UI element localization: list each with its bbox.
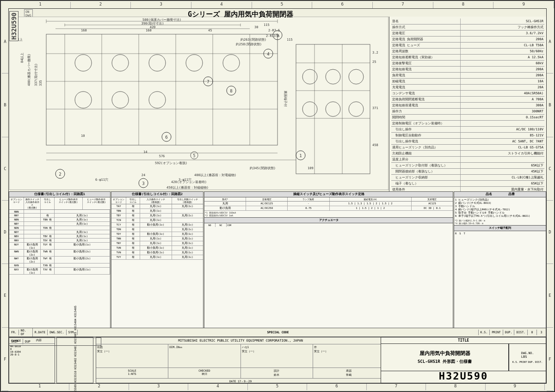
skip-dup-block: SKIP DUP — [9, 337, 101, 346]
table-row: NXV動小負用(1c)TXV 有動小負用(1c) — [9, 268, 110, 275]
row-e-left: E — [2, 264, 8, 327]
row-a-left: A — [2, 10, 8, 74]
table-cell: NWY — [9, 257, 24, 263]
table-cell: 丸用(1c) — [55, 239, 110, 242]
spec-label: 開閉器接続部（着脱なし） — [391, 169, 461, 174]
table-cell: 動小負用(2c) — [55, 257, 110, 263]
spec-label: 定格負荷開閉遮断電流 — [391, 97, 461, 102]
svg-text:約263(閉路状態): 約263(閉路状態) — [240, 38, 266, 42]
spec-value: SCL-GHS1R — [461, 19, 544, 24]
spec-label: 定格短絡遮断電流（実効値） — [391, 55, 461, 60]
company-block: MITSUBISHI ELECTRIC PUBLIC UTILITY EQUIP… — [96, 337, 385, 383]
spec-row: 開閉器接続部（着脱なし）45K以下 — [391, 169, 544, 175]
scale-val: 1:NTS — [97, 372, 167, 375]
table-cell — [24, 226, 41, 230]
table-cell: TXV 有 — [41, 268, 55, 274]
code-tnn: TNN — [111, 237, 126, 241]
col-7-bot: 7 — [367, 384, 426, 390]
spec-label: ヒューズリンク収納部 — [391, 175, 461, 180]
spec-row: 適用ヒューズリンク（別売品）CL-LB G5-G75A — [391, 145, 544, 151]
spec-value: 65K以下 — [461, 181, 544, 186]
designed-label: 設計 — [242, 369, 312, 373]
dup-label: DUP. — [503, 330, 514, 335]
table-cell: 動小負用(1c) — [55, 268, 110, 274]
col-4: 4 — [191, 2, 252, 8]
table-cell: 動小負用(2c) — [24, 250, 41, 256]
sw-tun: 動小負用(1c) — [140, 246, 172, 250]
fuse-item-5: 5 取手台 手動ハンドル9 手動ハンドル — [455, 211, 545, 214]
switch-terminal-title: スイッチ端子配列 — [454, 225, 546, 231]
table-row: NWY動小負用(2c)TWY 有動小負用(2c) — [9, 257, 110, 263]
code-tun: TUN — [111, 246, 126, 250]
table-cell: NXN — [9, 263, 24, 267]
spec-row: 制御電圧自動動作85-121V — [391, 133, 544, 139]
spec-row: 形名SCL-GHS1R — [391, 18, 544, 24]
fr-dup-block: FR. NO.OF R.DATE DWG.SEC. SYM. SPECIAL C… — [9, 328, 546, 337]
title-block-left: 屋内用気中負荷開閉器 SCL-GHS1R 外形図・仕様書 — [381, 344, 509, 371]
table-cell: TWY 有 — [41, 257, 55, 263]
table-cell — [24, 210, 41, 213]
spec-value: 60kV — [461, 61, 544, 66]
row-c-right: C — [547, 137, 553, 201]
spec-label: 励磁電流 — [391, 79, 461, 84]
t-row-tun: TUN 有 動小負用(1c) 丸用(1c) — [111, 246, 203, 251]
sw-curr-2: 1 | 1.5 | 2 | 1 | 2 — [330, 206, 412, 210]
rev-entries: HR-8010 0 19-6394 20-8-1 — [9, 344, 55, 357]
checked-val: 神川 — [169, 372, 239, 376]
sw2-tcn — [172, 218, 204, 222]
doc-h315509: H315509 — [74, 384, 77, 392]
table-row: NNY有丸用(1c) — [9, 214, 110, 218]
spec-row: 充電電流20A — [391, 85, 544, 91]
table-cell: 動小負用(1c) — [24, 268, 41, 274]
spec-row: 開閉時間0.15secRT — [391, 115, 544, 121]
spec-value: 85-121V — [461, 133, 544, 138]
spec-row: 引出し操作電流AC 5ANT, DC 7ANT — [391, 139, 544, 145]
sw2-tbn — [172, 209, 204, 213]
company-details: 出図 実立（一） DIM.IN㎜ ハセ1 実立（一） 作 実立（一） — [96, 344, 385, 368]
doc-numbers-vertical: H315508 H315509 H315510 H315402 H315401 … — [74, 306, 77, 392]
code-tbn: TBN — [111, 209, 126, 213]
spec-value: 300NRT — [461, 109, 544, 114]
col-8: 8 — [433, 2, 494, 8]
table-cell: TBN 有 — [41, 218, 55, 221]
on-label: ON — [25, 10, 29, 14]
spec-row: 定格制御電圧（オプション装備時） — [391, 121, 544, 127]
svg-text:400以上(搬器前：対電磁物): 400以上(搬器前：対電磁物) — [194, 173, 236, 177]
table-row: NUY動小負用(1c)TUY 有動小負用(1c) — [9, 243, 110, 250]
sw-vol-1: AC/DC125 — [246, 202, 288, 206]
fr-label: FR. — [9, 330, 19, 335]
dist-label: DIST. — [514, 330, 527, 335]
dwg-no-top-label: DWG.NO. — [521, 351, 534, 355]
spec-label: 定格電流 ヒューズ — [391, 43, 461, 48]
grid-letters-right: A B C D E F — [547, 10, 553, 391]
spec-label: 定格衝撃電圧 — [391, 61, 461, 66]
table-row: NBVTBV 有丸用(1c) — [9, 234, 110, 239]
table-row: NXNTXN 有 — [9, 263, 110, 268]
col-2: 2 — [71, 2, 131, 8]
coil-tnn: 有 — [126, 237, 140, 241]
spec-label: 制御電圧自動動作 — [391, 133, 461, 138]
title-model: SCL-GHS1R 外形図・仕様書 — [418, 359, 472, 365]
spec-label: 負荷電流 — [391, 73, 461, 78]
code-tay: TAY — [111, 204, 126, 208]
table-cell: 動小負用(1c) — [55, 243, 110, 249]
col-sw3: 引出し回路スイッチ(着保護) — [172, 197, 204, 204]
dwg-watermark: H32U590 — [9, 11, 18, 41]
spec-label: 端子（着なし） — [391, 181, 461, 186]
header-voltage: 定格電圧 — [246, 197, 288, 201]
sw-tbn: 丸用(1c) — [140, 209, 172, 213]
t-row-tvy: TVY 有 丸用(1c) 丸用(1c) — [111, 255, 203, 260]
sw2-tay: 丸用(1c) — [172, 204, 204, 208]
col-6-bot: 6 — [307, 384, 366, 390]
spec-value: AC 5ANT, DC 7ANT — [461, 139, 544, 144]
table-cell: TUY 有 — [41, 243, 55, 249]
sw2-tvy: 丸用(1c) — [172, 255, 204, 259]
table-cell: TWN 有 — [41, 250, 55, 256]
spec-value: 45K以下 — [461, 169, 544, 174]
spec-row: 使用条件屋内重量・水下向取付 — [391, 187, 544, 191]
table-cell — [55, 226, 110, 230]
r-date-label: R.DATE — [33, 330, 48, 335]
table-cell: 丸用(1c) — [55, 222, 110, 226]
fuse-item-4: 4 銅バンド(端子以上M49)(チキ式XL-T012) — [455, 208, 545, 211]
code-tcy: TCY — [111, 223, 126, 227]
